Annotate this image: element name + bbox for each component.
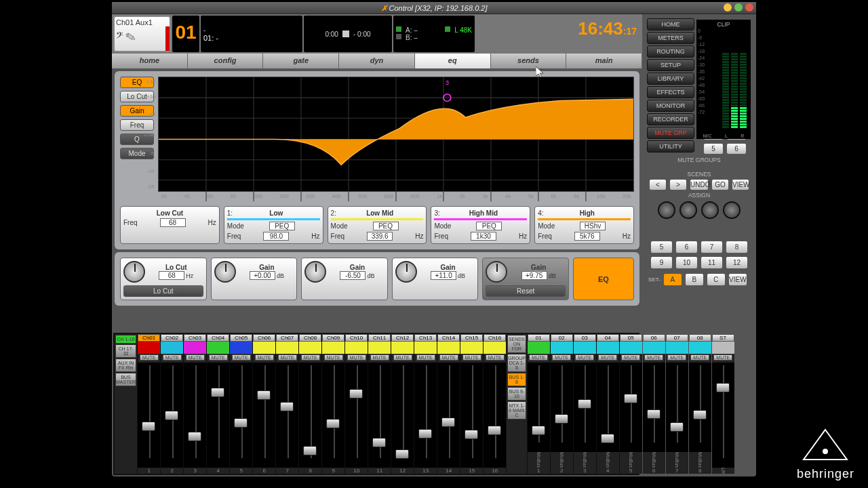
channel-strip-15[interactable]: Ch15MUTE15 bbox=[460, 334, 483, 474]
eq-bands: Low CutFreq68Hz1:LowModePEQFreq98.0Hz2:L… bbox=[120, 206, 634, 244]
channel-strip-6[interactable]: Ch06MUTE6 bbox=[253, 334, 275, 474]
mute-group-6[interactable]: 6 bbox=[726, 143, 747, 155]
tab-gate[interactable]: gate bbox=[263, 54, 339, 68]
channel-strip-10[interactable]: Ch10MUTE10 bbox=[345, 334, 368, 474]
routing-display[interactable]: A: –L 48K B: – bbox=[393, 16, 475, 52]
bus-strip-06[interactable]: 06MUTEMixBus6 bbox=[643, 334, 665, 474]
knob-3[interactable]: Gain+11.0dB bbox=[392, 258, 479, 300]
assign-key-11[interactable]: 11 bbox=[701, 256, 723, 269]
window-close-icon[interactable] bbox=[745, 3, 753, 12]
channel-strip-4[interactable]: Ch04MUTE4 bbox=[207, 334, 229, 474]
behringer-logo: behringer bbox=[797, 427, 854, 481]
channel-strip-14[interactable]: Ch14MUTE14 bbox=[437, 334, 460, 474]
scenes-row: <>UNDOGOVIEW bbox=[645, 178, 753, 192]
assign-key-6[interactable]: 6 bbox=[675, 241, 698, 253]
eq-panel: EQLo CutGainFreqQMode bbox=[115, 71, 639, 249]
sidemenu-meters[interactable]: METERS bbox=[647, 32, 694, 44]
channel-strip-13[interactable]: Ch13MUTE13 bbox=[414, 334, 437, 474]
bus-strip-05[interactable]: 05MUTEMixBus5 bbox=[620, 334, 642, 474]
assign-key-7[interactable]: 7 bbox=[701, 241, 723, 253]
assign-key-12[interactable]: 12 bbox=[726, 256, 748, 269]
knob-1[interactable]: Gain+0.00dB bbox=[211, 258, 298, 300]
bus-strip-01[interactable]: 01MUTEMixBus1 bbox=[528, 334, 550, 474]
scene-display[interactable]: - 01: - bbox=[201, 16, 302, 52]
scene->[interactable]: > bbox=[669, 179, 687, 190]
bus-layer-2[interactable]: BUS 1-8 bbox=[507, 373, 526, 386]
knob-0[interactable]: Lo Cut68HzLo Cut bbox=[120, 258, 207, 300]
channel-strip-8[interactable]: Ch08MUTE8 bbox=[299, 334, 321, 474]
mute-group-5[interactable]: 5 bbox=[703, 143, 724, 155]
channel-strip-5[interactable]: Ch05MUTE5 bbox=[230, 334, 252, 474]
eq-graph[interactable]: 3 +15 +10 +5 0 dB -5 -10 -15 bbox=[158, 77, 634, 192]
window-maximize-icon[interactable] bbox=[734, 3, 743, 12]
assign-knob-2[interactable] bbox=[679, 201, 697, 219]
assign-set-view[interactable]: VIEW bbox=[728, 273, 747, 286]
bus-layer-0[interactable]: SENDS ON FDR bbox=[507, 335, 526, 353]
transport-display[interactable]: 0:00 - 0:00 bbox=[304, 16, 392, 52]
channel-badge[interactable]: Ch01 Aux1 𝄢 ✎ bbox=[113, 16, 171, 52]
tab-config[interactable]: config bbox=[188, 54, 264, 68]
assign-set-c[interactable]: C bbox=[707, 273, 726, 286]
bus-layer-1[interactable]: GROUP DCA 1-8 bbox=[507, 354, 526, 372]
tab-main[interactable]: main bbox=[566, 54, 642, 68]
sidemenu-mute-grp[interactable]: MUTE GRP bbox=[647, 127, 694, 139]
scene-go[interactable]: GO bbox=[711, 179, 729, 190]
bus-layer-3[interactable]: BUS 9-16 bbox=[507, 387, 526, 401]
eq-engage-button[interactable]: EQ bbox=[573, 258, 634, 300]
channel-strip-11[interactable]: Ch11MUTE11 bbox=[368, 334, 391, 474]
sidemenu-effects[interactable]: EFFECTS bbox=[647, 86, 694, 98]
tab-sends[interactable]: sends bbox=[491, 54, 567, 68]
bus-layer-4[interactable]: MTX 1-6 MAIN C bbox=[507, 401, 526, 420]
sidemenu-routing[interactable]: ROUTING bbox=[647, 45, 694, 58]
sidemenu-library[interactable]: LIBRARY bbox=[647, 73, 694, 85]
bus-strip-08[interactable]: 08MUTEMixBus8 bbox=[689, 334, 711, 474]
assign-key-8[interactable]: 8 bbox=[726, 241, 748, 253]
bus-strip-ST[interactable]: STMUTELR bbox=[712, 334, 734, 474]
eq-band-1[interactable]: 1:LowModePEQFreq98.0Hz bbox=[224, 206, 323, 244]
bus-strip-03[interactable]: 03MUTEMixBus3 bbox=[574, 334, 596, 474]
assign-set-a[interactable]: A bbox=[663, 273, 682, 286]
scene-undo[interactable]: UNDO bbox=[690, 179, 709, 190]
channel-tabs: homeconfiggatedyneqsendsmain bbox=[112, 54, 642, 68]
tab-home[interactable]: home bbox=[112, 54, 188, 68]
assign-knob-3[interactable] bbox=[701, 201, 719, 219]
channel-strip-3[interactable]: Ch03MUTE3 bbox=[184, 334, 206, 474]
eq-band-2[interactable]: 2:Low MidModePEQFreq339.6Hz bbox=[328, 206, 427, 244]
bus-strip-02[interactable]: 02MUTEMixBus2 bbox=[551, 334, 573, 474]
channel-strip-1[interactable]: Ch01MUTE1 bbox=[138, 334, 160, 474]
eq-band-0[interactable]: Low CutFreq68Hz bbox=[120, 206, 220, 244]
bus-strip-04[interactable]: 04MUTEMixBus4 bbox=[597, 334, 619, 474]
layer-3[interactable]: BUS MASTER bbox=[115, 373, 136, 386]
assign-knob-1[interactable] bbox=[658, 201, 675, 219]
sidemenu-setup[interactable]: SETUP bbox=[647, 59, 694, 71]
scene-view[interactable]: VIEW bbox=[732, 179, 749, 190]
window-minimize-icon[interactable] bbox=[724, 3, 732, 12]
tab-eq[interactable]: eq bbox=[415, 54, 491, 68]
assign-key-10[interactable]: 10 bbox=[675, 256, 698, 269]
assign-key-9[interactable]: 9 bbox=[650, 256, 673, 269]
sidemenu-recorder[interactable]: RECORDER bbox=[647, 113, 694, 125]
sidemenu-home[interactable]: HOME bbox=[647, 18, 694, 30]
assign-set-b[interactable]: B bbox=[685, 273, 704, 286]
bus-strip-07[interactable]: 07MUTEMixBus7 bbox=[666, 334, 688, 474]
app-window: ✗ Control [X32, IP: 192.168.0.2] Ch01 Au… bbox=[112, 2, 756, 476]
layer-1[interactable]: CH 17-32 bbox=[115, 344, 136, 358]
channel-strip-7[interactable]: Ch07MUTE7 bbox=[276, 334, 298, 474]
layer-0[interactable]: CH 1-16 bbox=[115, 335, 136, 344]
knob-4[interactable]: Gain+9.75dBReset bbox=[482, 258, 569, 300]
eq-band-4[interactable]: 4:HighModeHShvFreq5k76Hz bbox=[534, 206, 634, 244]
sidemenu-utility[interactable]: UTILITY bbox=[647, 140, 694, 152]
knob-2[interactable]: Gain-6.50dB bbox=[301, 258, 388, 300]
sidemenu-monitor[interactable]: MONITOR bbox=[647, 100, 694, 112]
scene-<[interactable]: < bbox=[649, 179, 667, 190]
eq-band-3[interactable]: 3:High MidModePEQFreq1k30Hz bbox=[431, 206, 530, 244]
assign-key-5[interactable]: 5 bbox=[650, 241, 673, 253]
channel-strip-9[interactable]: Ch09MUTE9 bbox=[322, 334, 344, 474]
assign-knob-4[interactable] bbox=[723, 201, 741, 219]
tab-dyn[interactable]: dyn bbox=[339, 54, 415, 68]
channel-strip-16[interactable]: Ch16MUTE16 bbox=[484, 334, 506, 474]
layer-2[interactable]: AUX IN FX Rtn bbox=[115, 359, 136, 372]
channel-strip-2[interactable]: Ch02MUTE2 bbox=[161, 334, 183, 474]
channel-strip-12[interactable]: Ch12MUTE12 bbox=[391, 334, 414, 474]
eq-side-freq[interactable]: Freq bbox=[120, 119, 154, 131]
